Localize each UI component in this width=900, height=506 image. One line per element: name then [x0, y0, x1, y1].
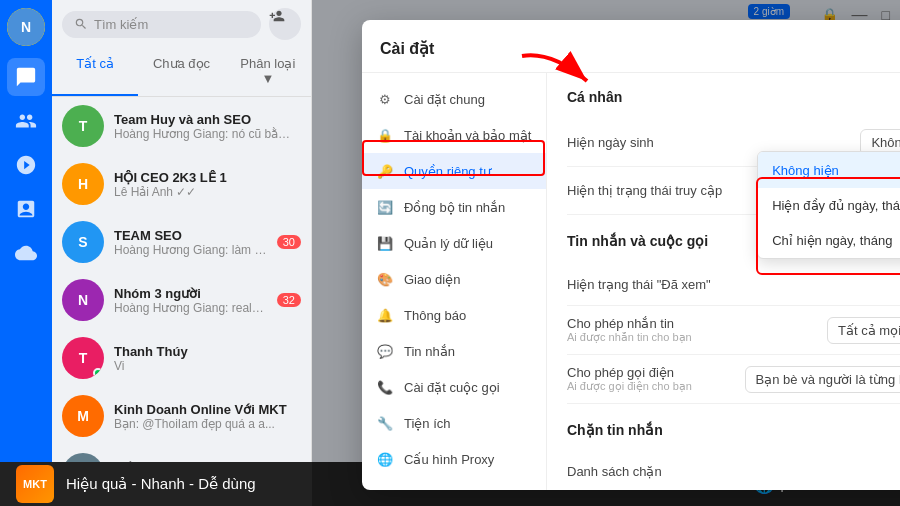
settings-nav-sync[interactable]: 🔄 Đồng bộ tin nhắn — [362, 189, 546, 225]
allow-msg-label: Cho phép nhắn tin — [567, 316, 692, 331]
settings-nav-data[interactable]: 💾 Quản lý dữ liệu — [362, 225, 546, 261]
tab-all[interactable]: Tất cả — [52, 48, 138, 96]
chat-info: HỘI CEO 2K3 LẾ 1 Lê Hải Anh ✓✓ — [114, 170, 291, 199]
nav-label-notify: Thông báo — [404, 308, 466, 323]
chat-preview: Hoàng Hương Giang: nó cũ bằng... — [114, 127, 291, 141]
birthday-value: Không hiện — [871, 135, 900, 150]
chat-info: TEAM SEO Hoàng Hương Giang: làm cài quả.… — [114, 228, 267, 257]
chat-nav-icon[interactable] — [7, 58, 45, 96]
allow-msg-row: Cho phép nhắn tin Ai được nhắn tin cho b… — [567, 306, 900, 355]
nav-label-privacy: Quyền riêng tư — [404, 164, 491, 179]
chat-badge: 30 — [277, 235, 301, 249]
chat-meta: 32 — [277, 293, 301, 307]
chat-preview: Hoàng Hương Giang: real time a... — [114, 301, 267, 315]
chat-item[interactable]: T Team Huy và anh SEO Hoàng Hương Giang:… — [52, 97, 311, 155]
chat-info: Team Huy và anh SEO Hoàng Hương Giang: n… — [114, 112, 291, 141]
discover-nav-icon[interactable] — [7, 146, 45, 184]
chat-avatar: T — [62, 337, 104, 379]
block-list-row[interactable]: Danh sách chặn › — [567, 452, 900, 490]
nav-icon-utilities: 🔧 — [376, 414, 394, 432]
allow-msg-value: Tất cả mọi người — [838, 323, 900, 338]
bottom-slogan: Hiệu quả - Nhanh - Dễ dùng — [66, 475, 256, 493]
nav-label-sync: Đồng bộ tin nhắn — [404, 200, 505, 215]
nav-icon-notify: 🔔 — [376, 306, 394, 324]
dropdown-option-label: Chỉ hiện ngày, tháng — [772, 233, 892, 248]
chat-info: Nhóm 3 người Hoàng Hương Giang: real tim… — [114, 286, 267, 315]
settings-nav-notify[interactable]: 🔔 Thông báo — [362, 297, 546, 333]
nav-label-general: Cài đặt chung — [404, 92, 485, 107]
chat-avatar: H — [62, 163, 104, 205]
nav-icon-account: 🔒 — [376, 126, 394, 144]
settings-nav-general[interactable]: ⚙ Cài đặt chung — [362, 81, 546, 117]
dropdown-option[interactable]: Hiện đầy đủ ngày, tháng, năm — [758, 188, 900, 223]
mkt-logo: MKT — [16, 465, 54, 503]
dropdown-option[interactable]: Không hiện ✓ — [758, 152, 900, 188]
nav-icon-proxy: 🌐 — [376, 450, 394, 468]
allow-call-row: Cho phép gọi điện Ai được gọi điện cho b… — [567, 355, 900, 404]
logo-area: MKT — [16, 465, 54, 503]
nav-label-messages: Tin nhắn — [404, 344, 455, 359]
sidebar-header: Tìm kiếm — [52, 0, 311, 48]
nav-label-utilities: Tiện ích — [404, 416, 451, 431]
settings-header: Cài đặt ✕ — [362, 20, 900, 73]
nav-label-calls: Cài đặt cuộc gọi — [404, 380, 500, 395]
chat-list: T Team Huy và anh SEO Hoàng Hương Giang:… — [52, 97, 311, 506]
cloud-nav-icon[interactable] — [7, 234, 45, 272]
settings-nav-calls[interactable]: 📞 Cài đặt cuộc gọi — [362, 369, 546, 405]
app-container: N Tìm kiếm — [0, 0, 900, 506]
nav-icon-data: 💾 — [376, 234, 394, 252]
modal-overlay: Cài đặt ✕ ⚙ Cài đặt chung 🔒 Tài khoản và… — [312, 0, 900, 506]
chat-item[interactable]: T Thanh Thúy Vi — [52, 329, 311, 387]
section-block: Chặn tin nhắn — [567, 422, 900, 438]
chat-avatar: S — [62, 221, 104, 263]
block-list-label: Danh sách chặn — [567, 464, 662, 479]
search-placeholder: Tìm kiếm — [94, 17, 148, 32]
nav-icon-messages: 💬 — [376, 342, 394, 360]
seen-row: Hiện trạng thái "Đã xem" — [567, 263, 900, 306]
contacts-nav-icon[interactable] — [7, 102, 45, 140]
chat-preview: Bạn: @ThoiIam đẹp quá a a... — [114, 417, 291, 431]
sidebar-tabs: Tất cả Chưa đọc Phân loại ▼ — [52, 48, 311, 97]
settings-nav: ⚙ Cài đặt chung 🔒 Tài khoản và bảo mật 🔑… — [362, 73, 547, 490]
status-label: Hiện thị trạng thái truy cập — [567, 183, 722, 198]
chat-item[interactable]: H HỘI CEO 2K3 LẾ 1 Lê Hải Anh ✓✓ — [52, 155, 311, 213]
chat-item[interactable]: S TEAM SEO Hoàng Hương Giang: làm cài qu… — [52, 213, 311, 271]
nav-icon-general: ⚙ — [376, 90, 394, 108]
settings-title: Cài đặt — [380, 39, 434, 58]
settings-nav-account[interactable]: 🔒 Tài khoản và bảo mật — [362, 117, 546, 153]
chat-item[interactable]: M Kinh Doanh Online Với MKT Bạn: @ThoiIa… — [52, 387, 311, 445]
chat-avatar: N — [62, 279, 104, 321]
allow-msg-dropdown[interactable]: Tất cả mọi người ▾ — [827, 317, 900, 344]
allow-call-dropdown[interactable]: Bạn bè và người là từng liên hệ ▾ — [745, 366, 900, 393]
search-box[interactable]: Tìm kiếm — [62, 11, 261, 38]
settings-body: ⚙ Cài đặt chung 🔒 Tài khoản và bảo mật 🔑… — [362, 73, 900, 490]
chat-preview: Vi — [114, 359, 291, 373]
settings-nav-utilities[interactable]: 🔧 Tiện ích — [362, 405, 546, 441]
chat-badge: 32 — [277, 293, 301, 307]
chat-info: Kinh Doanh Online Với MKT Bạn: @ThoiIam … — [114, 402, 291, 431]
settings-nav-proxy[interactable]: 🌐 Cấu hình Proxy — [362, 441, 546, 477]
chat-avatar: T — [62, 105, 104, 147]
add-contact-icon[interactable] — [269, 8, 301, 40]
dropdown-option[interactable]: Chỉ hiện ngày, tháng — [758, 223, 900, 258]
settings-nav-privacy[interactable]: 🔑 Quyền riêng tư — [362, 153, 546, 189]
settings-nav-interface[interactable]: 🎨 Giao diện — [362, 261, 546, 297]
tasks-nav-icon[interactable] — [7, 190, 45, 228]
tab-unread[interactable]: Chưa đọc — [138, 48, 224, 96]
svg-text:N: N — [21, 19, 31, 35]
sidebar: Tìm kiếm Tất cả Chưa đọc Phân loại ▼ T T… — [52, 0, 312, 506]
chat-item[interactable]: N Nhóm 3 người Hoàng Hương Giang: real t… — [52, 271, 311, 329]
chat-preview: Hoàng Hương Giang: làm cài quả... — [114, 243, 267, 257]
allow-call-label: Cho phép gọi điện — [567, 365, 692, 380]
chat-preview: Lê Hải Anh ✓✓ — [114, 185, 291, 199]
dropdown-option-label: Hiện đầy đủ ngày, tháng, năm — [772, 198, 900, 213]
chat-name: Thanh Thúy — [114, 344, 291, 359]
chat-meta: 30 — [277, 235, 301, 249]
nav-label-account: Tài khoản và bảo mật — [404, 128, 531, 143]
nav-icon-sync: 🔄 — [376, 198, 394, 216]
dropdown-option-label: Không hiện — [772, 163, 839, 178]
user-avatar[interactable]: N — [7, 8, 45, 46]
settings-nav-messages[interactable]: 💬 Tin nhắn — [362, 333, 546, 369]
tab-classify[interactable]: Phân loại ▼ — [225, 48, 311, 96]
allow-msg-sub: Ai được nhắn tin cho bạn — [567, 331, 692, 344]
